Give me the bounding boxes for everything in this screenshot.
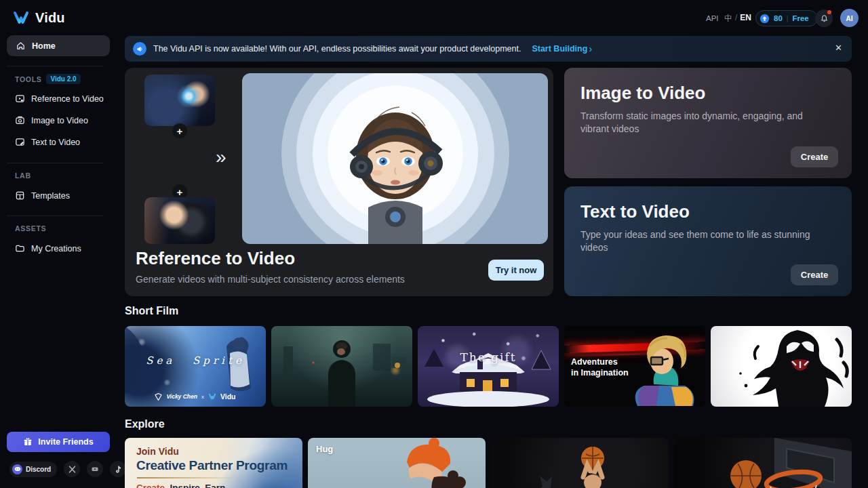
sidebar-item-label: Home	[32, 41, 56, 51]
reference-image-3[interactable]	[144, 197, 215, 244]
sidebar-item-reference-to-video[interactable]: Reference to Video	[15, 94, 104, 104]
partner-card-line1: Join Vidu	[136, 446, 179, 457]
create-button[interactable]: Create	[791, 146, 838, 167]
folder-icon	[15, 243, 25, 253]
short-film-thumbnail-venom[interactable]	[711, 326, 852, 407]
partner-card-line3-rest: Inspire. Earn.	[167, 483, 228, 488]
assets-label: ASSETS	[15, 224, 46, 232]
x-link[interactable]	[64, 461, 80, 477]
sidebar-item-label: My Creations	[31, 244, 81, 253]
plus-glyph: +	[177, 186, 183, 198]
promo-description: Transform static images into dynamic, en…	[580, 110, 831, 136]
partner-card-line2: Creative Partner Program	[136, 458, 288, 473]
sidebar-item-my-creations[interactable]: My Creations	[15, 243, 81, 253]
sidebar-item-templates[interactable]: Templates	[15, 190, 70, 201]
lab-label: LAB	[15, 171, 31, 180]
creator-name: Vicky Chen	[166, 393, 197, 400]
video-title-line1: Adventures	[571, 357, 629, 368]
api-link[interactable]: API	[706, 14, 719, 22]
short-film-heading: Short Film	[125, 305, 178, 317]
hero-title: Reference to Video	[136, 248, 295, 269]
sidebar-item-image-to-video[interactable]: Image to Video	[15, 115, 88, 125]
create-button[interactable]: Create	[791, 264, 838, 285]
start-building-link[interactable]: Start Building	[532, 44, 587, 54]
home-icon	[16, 41, 26, 51]
partner-card-line3-accent: Create.	[136, 483, 167, 488]
hero-video-preview[interactable]	[242, 73, 548, 244]
credit-separator: x	[201, 394, 204, 400]
short-film-thumbnail-the-gift[interactable]: The gift	[418, 326, 559, 407]
discord-icon	[12, 464, 22, 474]
notifications-button[interactable]	[815, 9, 833, 27]
vidu-logo[interactable]: Vidu	[12, 9, 65, 26]
reference-to-video-hero-card: + + »	[125, 68, 553, 296]
explore-card-label: Hug	[316, 444, 333, 454]
tools-section-header: TOOLS Vidu 2.0	[15, 74, 81, 84]
image-to-video-icon	[15, 115, 25, 125]
plan-label: Free	[792, 14, 808, 22]
credits-pill[interactable]: 80 | Free	[755, 10, 818, 26]
credits-divider: |	[787, 15, 789, 22]
double-chevron-icon: »	[216, 146, 226, 168]
explore-card-basketball-heroes[interactable]	[491, 438, 669, 488]
short-film-thumbnail-soldier[interactable]	[271, 326, 412, 407]
explore-card-hug[interactable]: Hug	[308, 438, 486, 488]
video-title: Adventures in Imagination	[571, 357, 629, 378]
video-credit: Vicky Chen x Vidu	[125, 392, 266, 401]
megaphone-icon	[133, 42, 146, 56]
sidebar-item-text-to-video[interactable]: Text to Video	[15, 137, 80, 147]
vidu-logo-icon	[12, 9, 30, 26]
short-film-thumbnail-adventures[interactable]: Adventures in Imagination	[564, 326, 705, 407]
short-film-thumbnail-sea-sprite[interactable]: Sea Sprite Vicky Chen x Vidu	[125, 326, 266, 407]
banner-close-icon[interactable]: ✕	[835, 43, 842, 53]
credits-coin-icon	[760, 14, 770, 24]
sidebar-item-label: Templates	[31, 191, 70, 201]
explore-card-partner-program[interactable]: Join Vidu Creative Partner Program Creat…	[125, 438, 302, 488]
avatar[interactable]: AI	[840, 9, 859, 27]
social-links: Discord	[9, 461, 126, 477]
plus-glyph: +	[177, 125, 183, 137]
chevron-right-icon[interactable]: ›	[589, 43, 592, 54]
sidebar: Vidu Home TOOLS Vidu 2.0 Reference to Vi…	[0, 0, 117, 488]
youtube-icon	[90, 465, 100, 473]
x-icon	[68, 466, 76, 473]
video-title: Sea Sprite	[125, 354, 266, 367]
reference-image-1[interactable]	[144, 75, 215, 126]
lang-en[interactable]: EN	[740, 13, 751, 24]
lang-divider: /	[735, 13, 737, 24]
reference-image-2[interactable]	[144, 136, 215, 186]
video-title: The gift	[418, 350, 559, 364]
text-to-video-card[interactable]: Text to Video Type your ideas and see th…	[564, 186, 852, 296]
explore-card-basketball-dunk[interactable]	[674, 438, 852, 488]
sidebar-item-label: Image to Video	[31, 116, 88, 125]
invite-friends-button[interactable]: Invite Friends	[7, 432, 110, 452]
brand-credit: Vidu	[220, 392, 236, 401]
explore-heading: Explore	[125, 418, 165, 430]
tiktok-link[interactable]	[110, 461, 126, 477]
language-toggle[interactable]: 中 / EN	[724, 13, 751, 24]
video-title-line2: in Imagination	[571, 368, 629, 379]
promo-title: Image to Video	[580, 83, 705, 104]
lang-zh[interactable]: 中	[724, 13, 732, 24]
image-to-video-card[interactable]: Image to Video Transform static images i…	[564, 68, 852, 178]
credits-count: 80	[774, 14, 783, 22]
promo-title: Text to Video	[580, 201, 690, 222]
discord-label: Discord	[26, 466, 51, 473]
try-it-now-button[interactable]: Try it now	[488, 260, 544, 281]
promo-description: Type your ideas and see them come to lif…	[580, 228, 831, 254]
sidebar-divider	[7, 66, 103, 66]
gift-icon	[23, 437, 33, 447]
banner-text: The Vidu API is now available! With our …	[153, 44, 521, 54]
partner-card-divider	[137, 477, 239, 479]
api-announcement-banner: The Vidu API is now available! With our …	[125, 36, 852, 62]
templates-icon	[15, 190, 25, 201]
text-to-video-icon	[15, 137, 25, 147]
youtube-link[interactable]	[87, 461, 103, 477]
brand-name: Vidu	[35, 10, 65, 26]
invite-friends-label: Invite Friends	[38, 437, 93, 447]
assets-section-header: ASSETS	[15, 224, 46, 232]
reference-to-video-icon	[15, 94, 25, 104]
sidebar-divider	[7, 163, 103, 163]
discord-link[interactable]: Discord	[9, 462, 57, 477]
sidebar-item-home[interactable]: Home	[7, 35, 110, 56]
